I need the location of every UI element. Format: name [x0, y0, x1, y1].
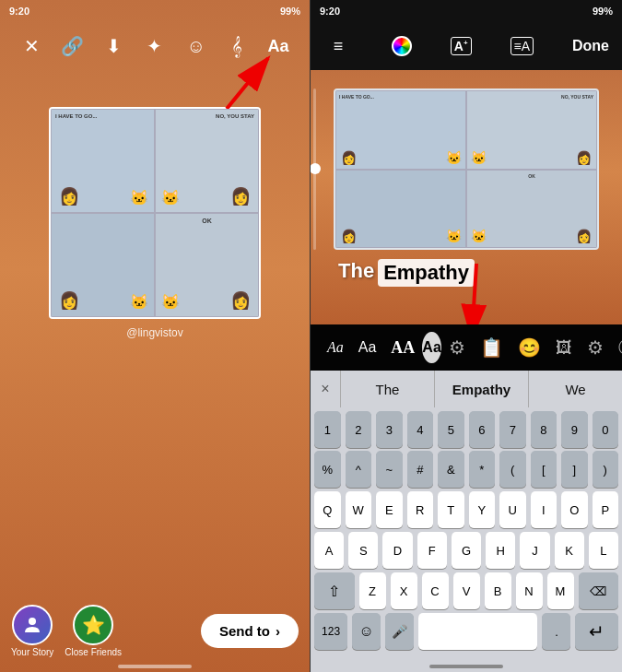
- close-friends-label: Close Friends: [65, 647, 122, 657]
- font-style-emoji-btn[interactable]: 😊: [511, 333, 548, 362]
- scrub-handle[interactable]: [311, 163, 321, 174]
- key-y[interactable]: Y: [469, 491, 496, 528]
- your-story-group[interactable]: Your Story: [11, 605, 53, 657]
- key-period[interactable]: .: [542, 613, 570, 650]
- key-w[interactable]: W: [346, 491, 372, 528]
- key-shift[interactable]: ⇧: [314, 572, 355, 609]
- key-t[interactable]: T: [438, 491, 464, 528]
- font-style-bold[interactable]: AA: [383, 335, 422, 361]
- close-friends-group[interactable]: ⭐ Close Friends: [65, 605, 122, 657]
- key-star[interactable]: *: [469, 451, 496, 488]
- key-pct[interactable]: %: [314, 451, 341, 488]
- key-mic[interactable]: 🎤: [385, 613, 414, 650]
- key-d[interactable]: D: [382, 532, 412, 569]
- autocomplete-row: × The Empathy We: [311, 371, 622, 407]
- key-tilde[interactable]: ~: [376, 451, 403, 488]
- key-p[interactable]: P: [593, 491, 619, 528]
- key-k[interactable]: K: [555, 532, 584, 569]
- key-q[interactable]: Q: [314, 491, 341, 528]
- font-style-serif-italic[interactable]: Aa: [320, 336, 351, 360]
- story-area: I HAVE TO GO... 🐱 👩 NO, YOU STAY 🐱 👩 🐱 👩…: [311, 70, 622, 324]
- key-2[interactable]: 2: [346, 411, 372, 448]
- key-cparen[interactable]: ): [593, 451, 619, 488]
- download-icon[interactable]: ⬇: [99, 31, 128, 61]
- key-0[interactable]: 0: [593, 411, 619, 448]
- key-obrack[interactable]: [: [531, 451, 557, 488]
- font-size-button[interactable]: A+: [451, 37, 472, 55]
- hamburger-icon[interactable]: ≡: [323, 31, 353, 61]
- key-i[interactable]: I: [531, 491, 557, 528]
- bottom-row: 123 ☺ 🎤 . ↵: [311, 609, 622, 654]
- key-amp[interactable]: &: [438, 451, 464, 488]
- key-j[interactable]: J: [520, 532, 549, 569]
- key-r[interactable]: R: [407, 491, 434, 528]
- key-3[interactable]: 3: [376, 411, 403, 448]
- key-l[interactable]: L: [589, 532, 618, 569]
- key-1[interactable]: 1: [314, 411, 341, 448]
- key-x[interactable]: X: [391, 572, 417, 609]
- key-h[interactable]: H: [486, 532, 515, 569]
- key-space[interactable]: [418, 613, 537, 650]
- done-button[interactable]: Done: [572, 38, 609, 54]
- key-enter[interactable]: ↵: [575, 613, 618, 650]
- send-to-button[interactable]: Send to ›: [201, 614, 299, 648]
- key-4[interactable]: 4: [407, 411, 434, 448]
- font-style-clipboard[interactable]: 📋: [473, 333, 511, 362]
- key-m[interactable]: M: [547, 572, 574, 609]
- key-9[interactable]: 9: [561, 411, 588, 448]
- number-row: 1 2 3 4 5 6 7 8 9 0: [311, 407, 622, 448]
- aa-text-button[interactable]: Aa: [264, 31, 293, 61]
- cat-icon-2: 🐱: [161, 189, 180, 206]
- key-a[interactable]: A: [314, 532, 344, 569]
- color-picker-icon[interactable]: [392, 36, 412, 56]
- key-g[interactable]: G: [452, 532, 481, 569]
- right-panel: 9:20 99% ≡ A+ ≡A Done I HAVE TO GO... 🐱 …: [311, 0, 622, 672]
- text-align-icon[interactable]: ≡A: [511, 37, 534, 55]
- font-style-sticker[interactable]: 🖼: [548, 335, 580, 361]
- key-z[interactable]: Z: [359, 572, 386, 609]
- key-e[interactable]: E: [376, 491, 403, 528]
- key-hash[interactable]: #: [407, 451, 434, 488]
- text-overlay[interactable]: The Empathy: [338, 259, 475, 287]
- key-caret[interactable]: ^: [346, 451, 372, 488]
- font-style-gear[interactable]: ⚙: [441, 333, 473, 362]
- key-8[interactable]: 8: [531, 411, 557, 448]
- close-friends-avatar[interactable]: ⭐: [73, 605, 113, 645]
- your-story-avatar[interactable]: [12, 605, 53, 645]
- autocomplete-item-the[interactable]: The: [340, 371, 434, 407]
- key-6[interactable]: 6: [469, 411, 496, 448]
- music-icon[interactable]: 𝄞: [222, 31, 252, 61]
- key-v[interactable]: V: [453, 572, 480, 609]
- key-7[interactable]: 7: [499, 411, 526, 448]
- key-b[interactable]: B: [485, 572, 511, 609]
- font-style-settings2[interactable]: ⚙: [580, 333, 611, 362]
- person-icon-1: 👩: [59, 186, 79, 206]
- face-icon[interactable]: ☺: [182, 31, 211, 61]
- font-style-outlined-active[interactable]: Aa: [422, 332, 440, 363]
- cat-r2: 🐱: [471, 150, 487, 165]
- key-emoji[interactable]: ☺: [352, 613, 381, 650]
- key-u[interactable]: U: [499, 491, 526, 528]
- key-c[interactable]: C: [422, 572, 449, 609]
- font-style-sans[interactable]: Aa: [351, 336, 384, 360]
- autocomplete-item-empathy[interactable]: Empathy: [434, 371, 528, 407]
- key-f[interactable]: F: [417, 532, 447, 569]
- autocomplete-item-we[interactable]: We: [528, 371, 622, 407]
- scrub-bar[interactable]: [311, 88, 318, 250]
- key-5[interactable]: 5: [438, 411, 464, 448]
- key-cbrack[interactable]: ]: [561, 451, 588, 488]
- key-oparen[interactable]: (: [499, 451, 526, 488]
- autocomplete-close-btn[interactable]: ×: [311, 371, 340, 407]
- key-s[interactable]: S: [348, 532, 378, 569]
- key-n[interactable]: N: [516, 572, 543, 609]
- font-style-info[interactable]: ⓘ: [611, 333, 622, 362]
- key-o[interactable]: O: [561, 491, 588, 528]
- svg-point-2: [29, 618, 36, 625]
- link-icon[interactable]: 🔗: [58, 31, 88, 61]
- key-backspace[interactable]: ⌫: [579, 572, 619, 609]
- cat-r4: 🐱: [471, 229, 487, 243]
- battery-right: 99%: [593, 6, 613, 17]
- sparkle-icon[interactable]: ✦: [140, 31, 170, 61]
- close-icon[interactable]: ✕: [17, 31, 46, 61]
- key-123[interactable]: 123: [314, 613, 347, 650]
